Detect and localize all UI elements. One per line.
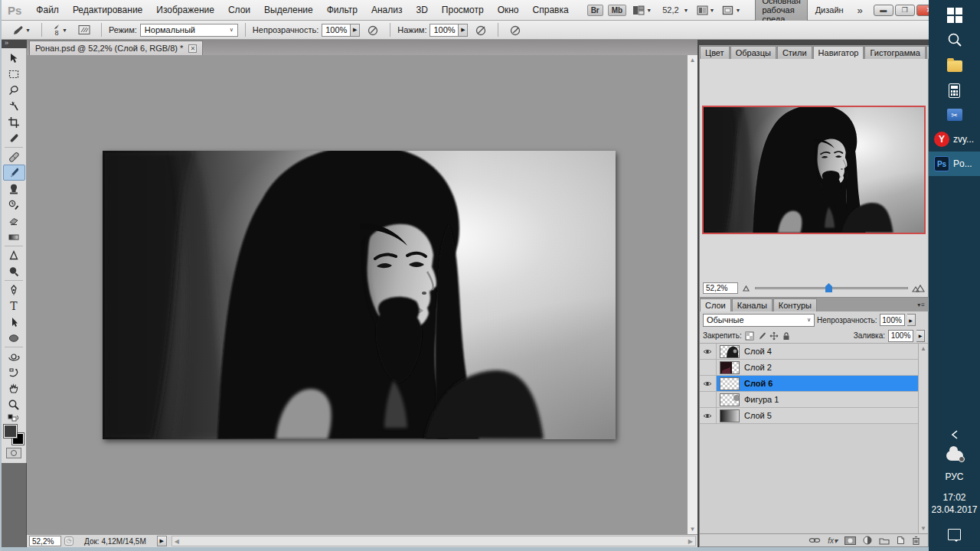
- taskbar-snipping-tool-button[interactable]: ✂: [929, 103, 980, 127]
- navigator-zoom-field[interactable]: 52,2%: [703, 282, 738, 294]
- panel-menu-icon[interactable]: ▾≡: [917, 302, 926, 308]
- layer-row-sloy2[interactable]: Слой 2: [700, 360, 918, 376]
- status-zoom-field[interactable]: 52,2%: [29, 536, 61, 546]
- menu-window[interactable]: Окно: [491, 5, 526, 15]
- toggle-brush-panel-button[interactable]: [78, 24, 90, 35]
- zoom-in-icon[interactable]: [912, 283, 925, 293]
- visibility-toggle[interactable]: [700, 360, 717, 375]
- menu-3d[interactable]: 3D: [410, 5, 435, 15]
- brush-size-picker[interactable]: 8 ▼: [53, 24, 67, 36]
- layers-blend-mode-select[interactable]: Обычные ∨: [703, 314, 815, 327]
- menu-view[interactable]: Просмотр: [435, 5, 491, 15]
- type-tool[interactable]: T: [3, 298, 25, 314]
- menu-layers[interactable]: Слои: [221, 5, 257, 15]
- adjustment-layer-icon[interactable]: [863, 536, 872, 545]
- dodge-tool[interactable]: [3, 263, 25, 279]
- scroll-right-icon[interactable]: ▶: [688, 538, 693, 545]
- 3d-rotate-tool[interactable]: [3, 348, 25, 364]
- tab-layers[interactable]: Слои: [700, 298, 731, 311]
- marquee-tool[interactable]: [3, 66, 25, 82]
- tab-channels[interactable]: Каналы: [732, 298, 773, 311]
- visibility-toggle[interactable]: [700, 408, 717, 423]
- crop-tool[interactable]: [3, 114, 25, 130]
- document-tab[interactable]: Ронан.psd @ 52,2% (Слой 6, RGB/8) * ✕: [29, 41, 203, 55]
- show-hidden-icons-button[interactable]: [929, 425, 980, 444]
- taskbar-photoshop-button[interactable]: Ps Po...: [929, 152, 980, 176]
- pressure-size-toggle[interactable]: [475, 24, 487, 36]
- menu-select[interactable]: Выделение: [257, 5, 320, 15]
- action-center-button[interactable]: [929, 520, 980, 548]
- quick-mask-button[interactable]: [6, 448, 21, 458]
- scroll-down-icon[interactable]: ▼: [920, 525, 926, 532]
- delete-layer-icon[interactable]: [912, 536, 920, 545]
- 3d-camera-rotate-tool[interactable]: [3, 364, 25, 380]
- clone-stamp-tool[interactable]: [3, 181, 25, 197]
- tool-preset-button[interactable]: ▼: [10, 24, 31, 35]
- lock-transparency-button[interactable]: [745, 331, 754, 341]
- taskbar-search-button[interactable]: [929, 28, 980, 52]
- tab-paths[interactable]: Контуры: [773, 298, 817, 311]
- tab-close-icon[interactable]: ✕: [188, 44, 197, 53]
- layer-row-figura1[interactable]: Фигура 1: [700, 392, 918, 408]
- menu-help[interactable]: Справка: [526, 5, 576, 15]
- taskbar-yandex-browser-button[interactable]: Y zvy...: [929, 127, 980, 152]
- dock-header[interactable]: [699, 40, 929, 45]
- scroll-left-icon[interactable]: ◀: [175, 538, 179, 545]
- color-swatches[interactable]: [4, 425, 24, 445]
- healing-brush-tool[interactable]: [3, 148, 25, 165]
- menu-edit[interactable]: Редактирование: [66, 5, 149, 15]
- add-layer-mask-icon[interactable]: [844, 536, 856, 545]
- taskbar-clock[interactable]: 17:02 23.04.2017: [929, 491, 980, 516]
- hand-tool[interactable]: [3, 380, 25, 396]
- zoom-out-icon[interactable]: [742, 283, 751, 292]
- adobe-drive-icon[interactable]: ◷: [64, 536, 74, 546]
- vertical-scrollbar[interactable]: ▲▼: [687, 55, 697, 534]
- layers-opacity-arrow[interactable]: ▶: [907, 314, 916, 326]
- tray-cloud-button[interactable]: [929, 444, 980, 467]
- menu-filter[interactable]: Фильтр: [320, 5, 364, 15]
- menu-file[interactable]: Файл: [29, 5, 66, 15]
- visibility-toggle[interactable]: [700, 344, 717, 359]
- lock-position-button[interactable]: [769, 331, 779, 341]
- layer-thumbnail[interactable]: [720, 377, 740, 390]
- horizontal-scrollbar[interactable]: ◀▶: [172, 536, 696, 546]
- gradient-tool[interactable]: [3, 229, 25, 245]
- fill-arrow[interactable]: ▶: [916, 330, 925, 342]
- mini-bridge-button[interactable]: Mb: [608, 5, 626, 16]
- layer-thumbnail[interactable]: [720, 409, 740, 422]
- layer-style-icon[interactable]: fx▾: [828, 536, 838, 545]
- workspace-overflow-chevron[interactable]: »: [858, 5, 863, 16]
- tab-styles[interactable]: Стили: [777, 46, 812, 59]
- canvas[interactable]: [103, 151, 616, 439]
- flow-field[interactable]: 100%: [430, 24, 459, 37]
- brush-tool[interactable]: [3, 165, 25, 181]
- foreground-color-swatch[interactable]: [4, 425, 17, 438]
- opacity-field[interactable]: 100%: [322, 24, 351, 37]
- scroll-down-icon[interactable]: ▼: [690, 526, 696, 533]
- lasso-tool[interactable]: [3, 82, 25, 98]
- status-menu-arrow[interactable]: ▶: [157, 536, 167, 546]
- layer-thumbnail[interactable]: [720, 393, 740, 406]
- layers-opacity-field[interactable]: 100%: [880, 314, 905, 326]
- eraser-tool[interactable]: [3, 213, 25, 229]
- tab-histogram[interactable]: Гистограмма: [864, 46, 926, 59]
- shape-tool[interactable]: [3, 330, 25, 346]
- layer-thumbnail[interactable]: [720, 361, 740, 374]
- new-layer-icon[interactable]: [897, 536, 905, 545]
- arrange-documents-button[interactable]: ▼: [632, 5, 652, 15]
- visibility-toggle[interactable]: [700, 392, 717, 407]
- language-indicator[interactable]: РУС: [929, 467, 980, 487]
- navigator-zoom-slider[interactable]: [755, 282, 908, 293]
- layer-row-sloy4[interactable]: Слой 4: [700, 344, 918, 360]
- minimize-button[interactable]: ▬: [874, 5, 893, 16]
- airbrush-toggle[interactable]: [509, 24, 521, 36]
- layers-scrollbar[interactable]: ▲▼: [918, 344, 928, 533]
- fill-field[interactable]: 100%: [888, 330, 913, 342]
- path-selection-tool[interactable]: [3, 314, 25, 330]
- quick-selection-tool[interactable]: [3, 98, 25, 114]
- view-extras-button[interactable]: ▼: [697, 5, 715, 15]
- layer-thumbnail[interactable]: [720, 345, 740, 358]
- lock-pixels-button[interactable]: [757, 331, 766, 341]
- pressure-opacity-toggle[interactable]: [367, 24, 379, 36]
- menu-analysis[interactable]: Анализ: [364, 5, 410, 15]
